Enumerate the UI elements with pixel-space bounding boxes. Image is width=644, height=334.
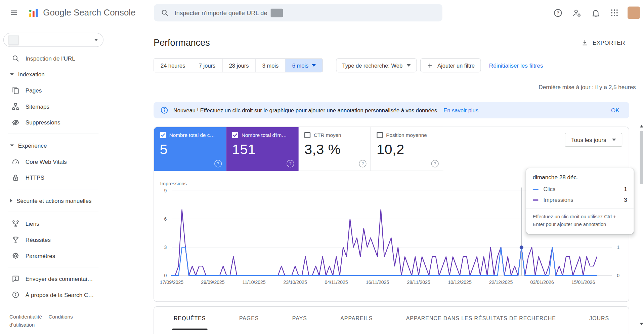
help-icon[interactable]: ?	[359, 160, 367, 168]
sidebar-item-about[interactable]: À propos de la Search C…	[0, 287, 107, 303]
checkbox-checked-icon[interactable]	[160, 132, 166, 138]
sidebar-item-feedback[interactable]: Envoyer des commentai…	[0, 270, 107, 287]
sidebar-item-url-inspection[interactable]: Inspection de l'URL	[0, 50, 107, 66]
svg-text:17/09/2025: 17/09/2025	[160, 280, 183, 285]
tab-pages[interactable]: PAGES	[236, 307, 262, 330]
metric-tiles-row: Nombre total de c… 5 ? Nombre total d'im…	[154, 127, 629, 171]
date-range-6m-selected[interactable]: 6 mois	[286, 59, 323, 72]
tooltip-hint: Effectuez un clic droit ou utilisez Ctrl…	[526, 209, 634, 234]
divider	[8, 134, 98, 134]
chevron-down-icon	[10, 144, 14, 147]
eye-off-icon	[11, 118, 19, 126]
gear-icon	[11, 252, 19, 260]
checkbox-checked-icon[interactable]	[232, 132, 238, 138]
property-selector[interactable]	[3, 33, 103, 47]
svg-text:28/11/2025: 28/11/2025	[407, 280, 430, 285]
date-range-24h[interactable]: 24 heures	[154, 59, 192, 72]
user-settings-icon	[572, 8, 581, 17]
tab-pays[interactable]: PAYS	[289, 307, 310, 330]
date-range-3m[interactable]: 3 mois	[256, 59, 286, 72]
menu-button[interactable]	[6, 4, 22, 21]
help-icon[interactable]: ?	[214, 160, 222, 168]
sitemap-icon	[11, 102, 19, 110]
chevron-down-icon	[312, 64, 316, 67]
redacted-property-thumbnail	[9, 35, 18, 45]
svg-text:03/01/2026: 03/01/2026	[530, 280, 554, 285]
sidebar-item-achievements[interactable]: Réussites	[0, 231, 107, 248]
divider	[8, 212, 98, 212]
sidebar-item-links[interactable]: Liens	[0, 216, 107, 232]
svg-text:0: 0	[617, 273, 619, 278]
date-range-28d[interactable]: 28 jours	[222, 59, 256, 72]
metric-tile-ctr[interactable]: CTR moyen 3,3 % ?	[299, 127, 371, 171]
help-icon[interactable]: ?	[287, 160, 294, 168]
checkbox-unchecked-icon[interactable]	[377, 132, 383, 138]
sidebar-section-experience[interactable]: Expérience	[0, 137, 107, 153]
help-icon: ?	[553, 8, 562, 17]
date-range-group: 24 heures 7 jours 28 jours 3 mois 6 mois	[154, 59, 323, 73]
svg-text:15/01/2026: 15/01/2026	[571, 280, 595, 285]
sidebar-item-pages[interactable]: Pages	[0, 82, 107, 99]
account-avatar[interactable]	[628, 7, 640, 19]
topbar: Google Search Console Inspecter n'import…	[0, 0, 644, 26]
sidebar-item-sitemaps[interactable]: Sitemaps	[0, 98, 107, 114]
links-icon	[11, 219, 19, 227]
help-icon[interactable]: ?	[431, 160, 439, 168]
metric-tile-position[interactable]: Position moyenne 10,2 ?	[371, 127, 443, 171]
hamburger-icon	[9, 8, 18, 17]
metric-value-impressions: 151	[232, 142, 293, 158]
search-icon	[161, 9, 169, 17]
svg-text:1: 1	[617, 245, 619, 250]
vertical-scrollbar[interactable]	[639, 123, 644, 327]
svg-text:0: 0	[164, 273, 167, 278]
svg-text:29/09/2025: 29/09/2025	[201, 280, 224, 285]
notifications-button[interactable]	[587, 4, 604, 21]
bell-icon	[591, 8, 600, 17]
tooltip-row-clicks: Clics 1	[526, 184, 634, 194]
filters-row: 24 heures 7 jours 28 jours 3 mois 6 mois…	[154, 59, 629, 73]
svg-text:16/11/2025: 16/11/2025	[366, 280, 389, 285]
date-range-7d[interactable]: 7 jours	[192, 59, 222, 72]
metric-value-clicks: 5	[160, 142, 220, 158]
sidebar-item-settings[interactable]: Paramètres	[0, 248, 107, 264]
help-button[interactable]: ?	[550, 4, 566, 21]
tab-appareils[interactable]: APPAREILS	[337, 307, 376, 330]
metric-tile-impressions[interactable]: Nombre total d'im… 151 ?	[226, 127, 299, 171]
sidebar-section-security[interactable]: Sécurité et actions manuelles	[0, 192, 107, 209]
banner-ok-button[interactable]: OK	[604, 104, 627, 117]
search-console-logo-icon	[28, 7, 39, 18]
add-filter-button[interactable]: Ajouter un filtre	[420, 59, 481, 73]
chevron-down-icon	[612, 139, 616, 141]
sidebar-item-core-web-vitals[interactable]: Core Web Vitals	[0, 153, 107, 170]
chart-tooltip: dimanche 28 déc. Clics 1 Impressions 3 E…	[526, 168, 634, 234]
svg-text:04/11/2025: 04/11/2025	[325, 280, 348, 285]
scroll-up-arrow[interactable]	[639, 123, 644, 129]
tab-apparence[interactable]: APPARENCE DANS LES RÉSULTATS DE RECHERCH…	[403, 307, 559, 330]
download-icon	[581, 39, 589, 46]
info-icon	[160, 106, 168, 114]
user-settings-button[interactable]	[568, 4, 585, 21]
plus-icon	[426, 62, 433, 69]
sidebar-item-suppressions[interactable]: Suppressions	[0, 114, 107, 131]
scroll-down-arrow[interactable]	[639, 321, 644, 327]
granularity-dropdown[interactable]: Tous les jours	[565, 133, 622, 147]
app-logo[interactable]: Google Search Console	[28, 7, 135, 18]
privacy-link[interactable]: Confidentialité	[9, 314, 42, 320]
reset-filters-link[interactable]: Réinitialiser les filtres	[489, 62, 543, 69]
tab-jours[interactable]: JOURS	[586, 307, 612, 330]
learn-more-link[interactable]: En savoir plus	[443, 107, 478, 113]
export-button[interactable]: EXPORTER	[577, 36, 629, 50]
redacted-property-name	[270, 8, 283, 17]
dimension-tabs-card: REQUÊTES PAGES PAYS APPAREILS APPARENCE …	[154, 306, 629, 334]
google-apps-button[interactable]	[606, 4, 623, 21]
checkbox-unchecked-icon[interactable]	[304, 132, 310, 138]
svg-text:Impressions: Impressions	[160, 181, 187, 186]
scrollbar-thumb[interactable]	[640, 131, 643, 184]
search-type-filter[interactable]: Type de recherche: Web	[336, 59, 417, 73]
sidebar-section-indexation[interactable]: Indexation	[0, 66, 107, 82]
divider	[8, 267, 98, 267]
url-inspection-search-input[interactable]: Inspecter n'importe quelle URL de	[154, 4, 442, 21]
metric-tile-clicks[interactable]: Nombre total de c… 5 ?	[154, 127, 226, 171]
sidebar-item-https[interactable]: HTTPS	[0, 170, 107, 186]
tab-requetes[interactable]: REQUÊTES	[170, 307, 209, 330]
